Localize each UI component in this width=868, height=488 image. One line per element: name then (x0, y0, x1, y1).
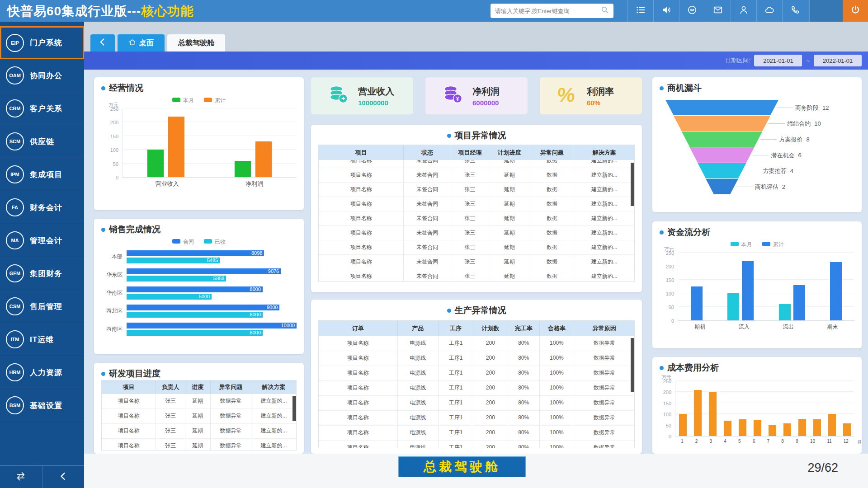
table-cell: 100% (540, 366, 575, 380)
hbar-row: 西北区90008000 (101, 305, 297, 318)
table-body-viewport[interactable]: 项目名称未签合同张三延期数据建立新的...项目名称未签合同张三延期数据建立新的.… (319, 160, 634, 281)
sidebar-item-label: 管理会计 (30, 235, 62, 246)
sidebar-item-hrm[interactable]: HRM人力资源 (0, 356, 84, 389)
y-tick-label: 150 (666, 277, 674, 283)
bar-value-label: 9000 (267, 305, 278, 310)
table-header-cell: 工序 (439, 321, 473, 336)
im-button[interactable]: IM (679, 0, 705, 22)
table-cell: 工序1 (439, 381, 473, 395)
sidebar-item-itm[interactable]: ITMIT运维 (0, 323, 84, 356)
y-tick-label: 50 (666, 423, 671, 428)
gridline (678, 252, 854, 253)
table-cell: 项目名称 (319, 211, 404, 225)
bar-track: 90008000 (127, 305, 297, 318)
table-row: 项目名称电源线工序120080%100%数据异常 (319, 396, 634, 411)
sidebar-collapse-button[interactable] (42, 466, 85, 488)
phone-button[interactable] (782, 0, 808, 22)
bar (255, 141, 272, 177)
table-cell: 张三 (451, 226, 489, 240)
search-input[interactable] (495, 8, 601, 14)
user-button[interactable] (731, 0, 756, 22)
sidebar-item-crm[interactable]: CRM客户关系 (0, 92, 84, 125)
back-button[interactable] (90, 34, 115, 52)
kpi-label: 利润率 (587, 85, 614, 98)
legend-item: 本月 (172, 97, 194, 104)
table-cell: 工序1 (439, 426, 473, 440)
table-cell: 延期 (489, 183, 530, 197)
bar-groups (678, 253, 854, 320)
table-cell: 100% (540, 351, 575, 366)
collapse-icon (58, 471, 69, 483)
bar (828, 414, 836, 436)
table-body-viewport[interactable]: 项目名称电源线工序120080%100%数据异常项目名称电源线工序120080%… (319, 336, 634, 448)
funnel-stage-name: 商机评估 (755, 183, 778, 190)
table-cell: 项目名称 (319, 168, 404, 182)
list-button[interactable] (627, 0, 653, 22)
category-label: 本部 (101, 253, 127, 261)
x-axis-labels: 123456789101112月 (675, 439, 854, 444)
y-axis: 万元050100150200250 (101, 109, 122, 178)
title-dot (447, 134, 451, 138)
bar (779, 304, 791, 320)
scrollbar-thumb[interactable] (631, 338, 634, 392)
sidebar-item-gfm[interactable]: GFM集团财务 (0, 257, 84, 290)
funnel-stage-value: 6 (798, 152, 802, 159)
x-tick-label: 1 (681, 439, 684, 444)
table-cell: 数据异常 (574, 366, 634, 380)
main-area: 桌面 总裁驾驶舱 日期区间: 2021-01-01 ~ 2022-01-01 经… (84, 22, 868, 488)
avatar[interactable] (809, 0, 843, 22)
sidebar-item-oam[interactable]: OAM协同办公 (0, 59, 84, 92)
speaker-button[interactable] (653, 0, 679, 22)
hbar-row: 华南区80005000 (101, 286, 297, 300)
table-header-cell: 状态 (404, 145, 451, 160)
project-abnormal-table: 项目状态项目经理计划进度异常问题解决方案项目名称未签合同张三延期数据建立新的..… (318, 145, 635, 282)
table-header-cell: 异常问题 (530, 145, 575, 160)
table-cell: 项目名称 (319, 366, 398, 380)
date-range-label: 日期区间: (725, 56, 750, 65)
sidebar-item-bsm[interactable]: BSM基础设置 (0, 389, 84, 422)
date-from-picker[interactable]: 2021-01-01 (754, 55, 802, 66)
percent-icon: % (556, 84, 579, 108)
bar: 8000 (127, 330, 263, 336)
table-cell: 未签合同 (404, 160, 451, 168)
table-cell: 建立新的... (574, 240, 634, 254)
table-row: 项目名称电源线工序120080%100%数据异常 (319, 336, 634, 351)
power-button[interactable] (843, 0, 868, 22)
date-to-picker[interactable]: 2022-01-01 (814, 55, 862, 66)
sidebar-item-fa[interactable]: FA财务会计 (0, 191, 84, 224)
table-cell: 张三 (156, 439, 185, 450)
table-cell: 数据异常 (574, 426, 634, 440)
search-icon[interactable] (601, 6, 609, 16)
title-dot (660, 366, 664, 370)
tab-desktop[interactable]: 桌面 (118, 34, 165, 52)
tab-ceo-cockpit[interactable]: 总裁驾驶舱 (167, 34, 225, 52)
panel-production-abnormal: 生产异常情况 订单产品工序计划数完工率合格率异常原因项目名称电源线工序12008… (311, 300, 642, 454)
bar (235, 161, 251, 177)
table-cell: 延期 (489, 168, 530, 182)
table-cell: 项目名称 (319, 426, 398, 440)
cloud-button[interactable] (756, 0, 782, 22)
x-tick-label: 净利润 (245, 180, 263, 188)
table-cell: 80% (508, 336, 540, 351)
sidebar-swap-button[interactable] (0, 466, 42, 488)
table-cell: 80% (508, 366, 540, 380)
sidebar-item-ma[interactable]: MA管理会计 (0, 224, 84, 257)
mail-button[interactable] (705, 0, 731, 22)
sidebar-item-csm[interactable]: CSM售后管理 (0, 290, 84, 323)
sidebar-item-eip[interactable]: EIP门户系统 (0, 26, 84, 59)
scrollbar-thumb[interactable] (631, 163, 634, 206)
table-cell: 延期 (185, 424, 211, 438)
legend-item: 合同 (172, 238, 194, 246)
sidebar-item-scm[interactable]: SCM供应链 (0, 125, 84, 158)
table-cell: 张三 (451, 183, 489, 197)
table-cell: 工序1 (439, 441, 473, 448)
table-header-cell: 计划进度 (489, 145, 530, 160)
sidebar-item-ipm[interactable]: IPM集成项目 (0, 158, 84, 191)
table-cell: 项目名称 (319, 411, 398, 425)
scrollbar-thumb[interactable] (292, 396, 296, 421)
table-cell: 80% (508, 381, 540, 395)
table-cell: 电源线 (398, 336, 439, 351)
table-body-viewport[interactable]: 项目名称张三延期数据异常建立新的...项目名称张三延期数据异常建立新的...项目… (102, 394, 296, 450)
title-dot (101, 228, 105, 232)
table-cell: 100% (540, 441, 575, 448)
